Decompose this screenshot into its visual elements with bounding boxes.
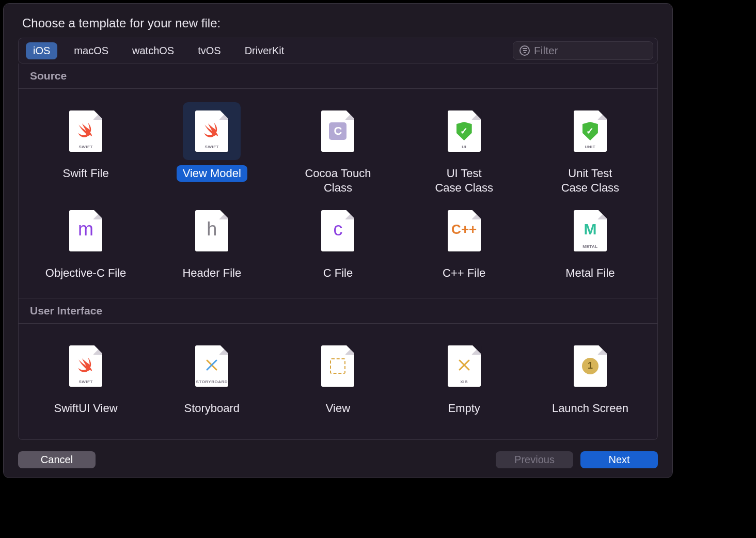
storyboard-file-icon: STORYBOARD [183, 337, 241, 395]
template-label: UI Test Case Class [429, 165, 499, 196]
footer: Cancel Previous Next [18, 451, 658, 468]
platform-tabs: iOSmacOSwatchOStvOSDriverKit [23, 42, 291, 59]
template-label: Unit Test Case Class [555, 165, 625, 196]
template-label: C File [317, 265, 359, 281]
section-header: Source [19, 64, 657, 89]
template-item[interactable]: STORYBOARDStoryboard [149, 333, 275, 419]
file-badge: UI [462, 145, 466, 149]
swift-file-icon: SWIFT [57, 337, 115, 395]
template-label: Launch Screen [546, 400, 635, 417]
file-badge: STORYBOARD [196, 379, 228, 384]
template-grid: SWIFTSwiftUI ViewSTORYBOARDStoryboardVie… [19, 324, 657, 433]
shield-file-icon: UI [435, 102, 493, 160]
template-label: Cocoa Touch Class [298, 165, 377, 196]
file-badge: SWIFT [205, 145, 219, 149]
template-list: SourceSWIFTSwift FileSWIFTView ModelCCoc… [18, 64, 658, 440]
tab-tvos[interactable]: tvOS [191, 42, 228, 59]
swift-file-icon: SWIFT [183, 102, 241, 160]
tab-watchos[interactable]: watchOS [125, 42, 181, 59]
file-badge: UNIT [585, 145, 596, 149]
template-label: Objective-C File [39, 265, 132, 281]
template-item[interactable]: SWIFTView Model [149, 98, 275, 198]
template-item[interactable]: cC File [275, 198, 401, 283]
section-header: User Interface [19, 298, 657, 324]
toolbar: iOSmacOSwatchOStvOSDriverKit [18, 38, 658, 64]
next-button[interactable]: Next [580, 451, 658, 468]
template-label: C++ File [436, 265, 492, 281]
cpp-file-icon: C++ [435, 202, 493, 260]
new-file-sheet: Choose a template for your new file: iOS… [3, 3, 673, 478]
file-badge: SWIFT [78, 379, 92, 384]
c-file-icon: c [309, 202, 367, 260]
template-item[interactable]: C++C++ File [401, 198, 527, 283]
cancel-button[interactable]: Cancel [18, 451, 96, 468]
template-item[interactable]: XIBEmpty [401, 333, 527, 419]
shield-file-icon: UNIT [561, 102, 619, 160]
template-item[interactable]: SWIFTSwiftUI View [23, 333, 149, 419]
view-file-icon [309, 337, 367, 395]
previous-button: Previous [496, 451, 573, 468]
template-label: View Model [177, 165, 247, 182]
metal-file-icon: MMETAL [561, 202, 619, 260]
file-badge: METAL [582, 244, 597, 249]
filter-field[interactable] [513, 41, 653, 60]
template-item[interactable]: mObjective-C File [23, 198, 149, 283]
template-item[interactable]: CCocoa Touch Class [275, 98, 401, 198]
template-grid: SWIFTSwift FileSWIFTView ModelCCocoa Tou… [19, 89, 657, 298]
template-label: Empty [442, 400, 486, 417]
swift-file-icon: SWIFT [57, 102, 115, 160]
file-badge: SWIFT [78, 145, 92, 149]
template-item[interactable]: UIUI Test Case Class [401, 98, 527, 198]
template-item[interactable]: hHeader File [149, 198, 275, 283]
template-item[interactable]: UNITUnit Test Case Class [527, 98, 653, 198]
template-label: Swift File [56, 165, 115, 182]
sheet-title: Choose a template for your new file: [22, 16, 654, 30]
template-item[interactable]: MMETALMetal File [527, 198, 653, 283]
filter-icon [519, 45, 530, 56]
launch-file-icon: 1 [561, 337, 619, 395]
h-file-icon: h [183, 202, 241, 260]
cocoa-file-icon: C [309, 102, 367, 160]
file-badge: XIB [460, 379, 468, 384]
template-label: SwiftUI View [48, 400, 124, 417]
template-label: Metal File [559, 265, 621, 281]
template-label: Header File [176, 265, 247, 281]
template-label: View [320, 400, 356, 417]
filter-input[interactable] [534, 44, 647, 57]
xib-file-icon: XIB [435, 337, 493, 395]
tab-driverkit[interactable]: DriverKit [238, 42, 292, 59]
tab-macos[interactable]: macOS [67, 42, 116, 59]
template-label: Storyboard [178, 400, 246, 417]
template-item[interactable]: View [275, 333, 401, 419]
m-file-icon: m [57, 202, 115, 260]
template-item[interactable]: 1Launch Screen [527, 333, 653, 419]
template-item[interactable]: SWIFTSwift File [23, 98, 149, 198]
tab-ios[interactable]: iOS [26, 42, 57, 59]
